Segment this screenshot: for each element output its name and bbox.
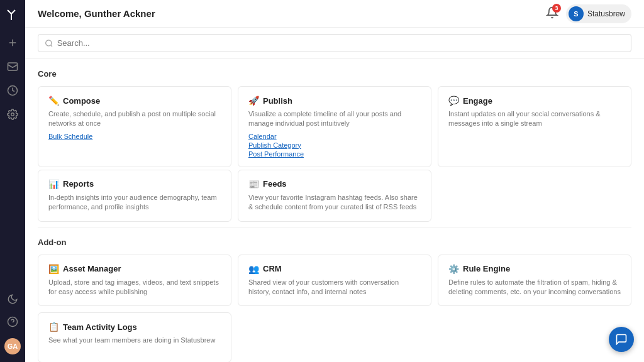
crm-card[interactable]: 👥 CRM Shared view of your customers with…	[238, 255, 431, 307]
publish-card-title: Publish	[263, 96, 292, 106]
chat-button[interactable]	[609, 327, 634, 352]
addon-empty-1	[238, 312, 431, 362]
sidebar: GA	[0, 0, 25, 362]
core-empty-cell	[438, 170, 631, 222]
page-title: Welcome, Gunther Ackner	[38, 8, 155, 19]
reports-icon: 📊	[48, 179, 59, 189]
addon-cards-row2: 📋 Team Activity Logs See what your team …	[38, 312, 631, 362]
feeds-card-title: Feeds	[263, 179, 287, 189]
asset-manager-icon: 🖼️	[48, 264, 59, 274]
crm-header: 👥 CRM	[248, 264, 421, 274]
user-avatar: S	[569, 6, 584, 21]
feeds-card-desc: View your favorite Instagram hashtag fee…	[248, 193, 421, 212]
team-activity-desc: See what your team members are doing in …	[48, 336, 221, 345]
engage-card[interactable]: 💬 Engage Instant updates on all your soc…	[438, 86, 631, 167]
feeds-card[interactable]: 📰 Feeds View your favorite Instagram has…	[238, 170, 431, 222]
crm-icon: 👥	[248, 264, 259, 274]
help-icon[interactable]	[6, 315, 19, 328]
search-input[interactable]	[57, 38, 625, 48]
compose-icon: ✏️	[48, 96, 59, 106]
compose-card[interactable]: ✏️ Compose Create, schedule, and publish…	[38, 86, 231, 167]
sidebar-item-compose[interactable]	[6, 36, 19, 49]
asset-manager-desc: Upload, store and tag images, videos, an…	[48, 278, 221, 297]
user-label: Statusbrew	[587, 9, 625, 18]
publish-icon: 🚀	[248, 96, 259, 106]
publish-card-header: 🚀 Publish	[248, 96, 421, 106]
asset-manager-title: Asset Manager	[63, 264, 121, 273]
publish-card-links: Calendar Publish Category Post Performan…	[248, 133, 421, 158]
team-activity-card[interactable]: 📋 Team Activity Logs See what your team …	[38, 312, 231, 362]
search-wrap[interactable]	[38, 34, 631, 52]
publish-card[interactable]: 🚀 Publish Visualize a complete timeline …	[238, 86, 431, 167]
engage-icon: 💬	[448, 96, 459, 106]
compose-card-header: ✏️ Compose	[48, 96, 221, 106]
core-cards-row1: ✏️ Compose Create, schedule, and publish…	[38, 86, 631, 167]
sidebar-bottom: GA	[4, 293, 21, 354]
svg-rect-0	[8, 63, 18, 70]
search-icon	[45, 39, 53, 48]
team-activity-title: Team Activity Logs	[63, 322, 137, 332]
topbar: Welcome, Gunther Ackner 3 S Statusbrew	[25, 0, 644, 28]
addon-section-title: Add-on	[38, 238, 631, 247]
sidebar-logo[interactable]	[5, 8, 20, 23]
svg-point-4	[46, 40, 52, 45]
reports-card-title: Reports	[63, 179, 94, 189]
feeds-card-header: 📰 Feeds	[248, 179, 421, 189]
topbar-right: 3 S Statusbrew	[546, 4, 631, 23]
crm-desc: Shared view of your customers with conve…	[248, 278, 421, 297]
compose-card-title: Compose	[63, 96, 100, 106]
moon-icon[interactable]	[6, 293, 19, 305]
engage-card-title: Engage	[463, 96, 492, 106]
compose-card-links: Bulk Schedule	[48, 133, 221, 140]
core-section-title: Core	[38, 69, 631, 79]
reports-card-desc: In-depth insights into your audience dem…	[48, 193, 221, 212]
rule-engine-header: ⚙️ Rule Engine	[448, 264, 621, 274]
publish-card-desc: Visualize a complete timeline of all you…	[248, 109, 421, 129]
addon-empty-2	[438, 312, 631, 362]
notification-badge: 3	[552, 4, 561, 13]
engage-card-desc: Instant updates on all your social conve…	[448, 109, 621, 129]
user-avatar-sidebar[interactable]: GA	[4, 338, 21, 354]
sidebar-item-inbox[interactable]	[6, 60, 19, 73]
crm-title: CRM	[263, 264, 282, 273]
sidebar-item-settings[interactable]	[6, 108, 19, 121]
reports-card[interactable]: 📊 Reports In-depth insights into your au…	[38, 170, 231, 222]
svg-point-2	[11, 113, 14, 116]
main-content: Welcome, Gunther Ackner 3 S Statusbrew	[25, 0, 644, 362]
user-chip[interactable]: S Statusbrew	[566, 4, 631, 23]
publish-category-link[interactable]: Publish Category	[248, 141, 421, 149]
asset-manager-card[interactable]: 🖼️ Asset Manager Upload, store and tag i…	[38, 255, 231, 307]
rule-engine-title: Rule Engine	[463, 264, 510, 273]
core-cards-row2: 📊 Reports In-depth insights into your au…	[38, 170, 631, 222]
search-bar	[25, 28, 644, 59]
compose-card-desc: Create, schedule, and publish a post on …	[48, 109, 221, 129]
notification-button[interactable]: 3	[546, 6, 558, 21]
content-area: Core ✏️ Compose Create, schedule, and pu…	[25, 28, 644, 362]
addon-cards-row1: 🖼️ Asset Manager Upload, store and tag i…	[38, 255, 631, 307]
team-activity-icon: 📋	[48, 322, 59, 332]
asset-manager-header: 🖼️ Asset Manager	[48, 264, 221, 274]
sidebar-item-analytics[interactable]	[6, 84, 19, 97]
calendar-link[interactable]: Calendar	[248, 133, 421, 140]
reports-card-header: 📊 Reports	[48, 179, 221, 189]
rule-engine-card[interactable]: ⚙️ Rule Engine Define rules to automate …	[438, 255, 631, 307]
post-performance-link[interactable]: Post Performance	[248, 150, 421, 158]
rule-engine-icon: ⚙️	[448, 264, 459, 274]
engage-card-header: 💬 Engage	[448, 96, 621, 106]
bulk-schedule-link[interactable]: Bulk Schedule	[48, 133, 221, 140]
feeds-icon: 📰	[248, 179, 259, 189]
core-section: Core ✏️ Compose Create, schedule, and pu…	[25, 59, 644, 227]
rule-engine-desc: Define rules to automate the filtration …	[448, 278, 621, 297]
team-activity-header: 📋 Team Activity Logs	[48, 322, 221, 332]
chat-icon	[615, 333, 628, 346]
addon-section: Add-on 🖼️ Asset Manager Upload, store an…	[25, 228, 644, 362]
